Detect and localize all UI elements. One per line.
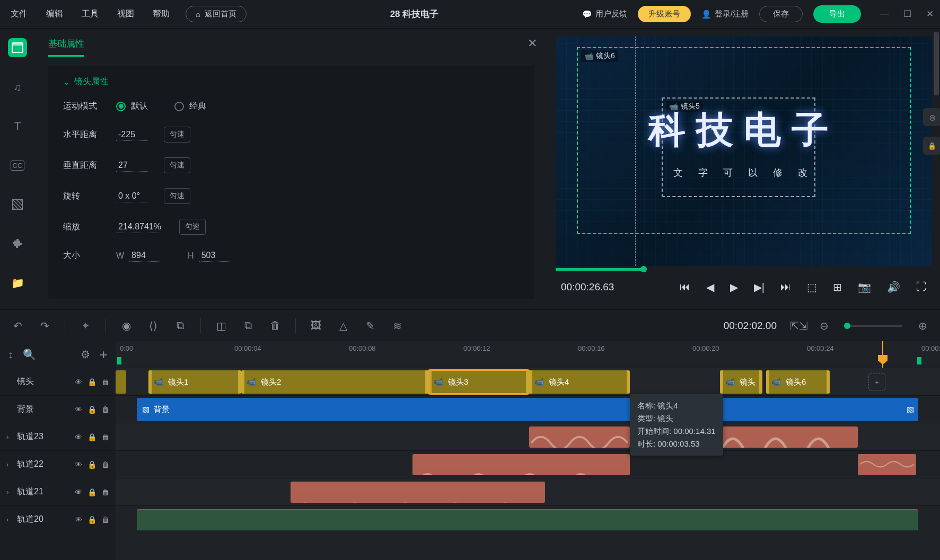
layers-button[interactable]: ≋ bbox=[390, 319, 404, 332]
link-button[interactable]: ⧉ bbox=[173, 319, 187, 332]
zoom-slider[interactable] bbox=[844, 325, 902, 327]
clip-shot[interactable]: 📹镜头1 bbox=[148, 370, 241, 394]
playhead[interactable] bbox=[882, 341, 883, 368]
lock-icon[interactable]: 🔒 bbox=[87, 378, 96, 386]
feedback-button[interactable]: 💬 用户反馈 bbox=[582, 9, 627, 19]
lane-shots[interactable]: 📹镜头1📹镜头2📹镜头3📹镜头4📹镜头📹镜头6 + bbox=[116, 368, 940, 395]
vdist-input[interactable]: 27 bbox=[116, 159, 148, 172]
audio-clip-master[interactable] bbox=[137, 509, 918, 530]
visibility-icon[interactable]: 👁 bbox=[75, 433, 82, 441]
track-header-shots[interactable]: 镜头 👁🔒🗑 bbox=[0, 368, 116, 395]
rotate-input[interactable]: 0 x 0° bbox=[116, 190, 148, 202]
audio-clip[interactable] bbox=[291, 482, 545, 503]
visibility-icon[interactable]: 👁 bbox=[75, 515, 82, 524]
sidebar-text-icon[interactable]: T bbox=[8, 117, 27, 136]
chevron-right-icon[interactable]: › bbox=[6, 433, 15, 441]
track-header-22[interactable]: › 轨道22 👁🔒🗑 bbox=[0, 450, 116, 478]
redo-button[interactable]: ↷ bbox=[38, 319, 51, 332]
zoom-in-button[interactable]: ⊕ bbox=[916, 319, 929, 332]
play-button[interactable]: ▶ bbox=[730, 281, 738, 294]
login-button[interactable]: 👤 登录/注册 bbox=[701, 9, 749, 19]
sidebar-video-icon[interactable] bbox=[8, 38, 27, 57]
radio-classic[interactable]: 经典 bbox=[174, 101, 206, 112]
crop-button[interactable]: ◫ bbox=[214, 319, 228, 332]
next-frame-button[interactable]: ▶| bbox=[754, 281, 765, 294]
lock-icon[interactable]: 🔒 bbox=[87, 433, 96, 441]
audio-clip[interactable] bbox=[858, 454, 916, 475]
menu-file[interactable]: 文件 bbox=[11, 8, 28, 20]
lane-bg[interactable]: ▧ 背景 ▧ bbox=[116, 395, 940, 423]
track-header-bg[interactable]: 背景 👁🔒🗑 bbox=[0, 395, 116, 423]
zoom-out-button[interactable]: ⊖ bbox=[817, 319, 831, 332]
lane-22[interactable] bbox=[116, 450, 940, 478]
visibility-icon[interactable]: 👁 bbox=[75, 405, 82, 414]
vdist-speed-button[interactable]: 匀速 bbox=[164, 157, 190, 173]
minimize-button[interactable]: — bbox=[880, 8, 889, 20]
hdist-speed-button[interactable]: 匀速 bbox=[164, 127, 190, 143]
track-header-21[interactable]: › 轨道21 👁🔒🗑 bbox=[0, 478, 116, 505]
search-tool-icon[interactable]: 🔍 bbox=[23, 348, 36, 361]
sidebar-folder-icon[interactable]: 📁 bbox=[8, 273, 27, 292]
lane-23[interactable] bbox=[116, 423, 940, 450]
undo-button[interactable]: ↶ bbox=[11, 319, 24, 332]
height-input[interactable]: 503 bbox=[199, 250, 231, 262]
upgrade-button[interactable]: 升级账号 bbox=[638, 6, 691, 22]
chevron-right-icon[interactable]: › bbox=[6, 460, 15, 468]
lane-20[interactable] bbox=[116, 505, 940, 533]
safe-area-button[interactable]: ⬚ bbox=[807, 281, 817, 294]
cursor-tool-icon[interactable]: ↕ bbox=[8, 349, 13, 361]
trash-icon[interactable]: 🗑 bbox=[102, 378, 109, 386]
export-button[interactable]: 导出 bbox=[813, 5, 861, 23]
chevron-right-icon[interactable]: › bbox=[6, 515, 15, 523]
goto-start-button[interactable]: ⏮ bbox=[680, 281, 690, 293]
scale-input[interactable]: 214.8741% bbox=[116, 221, 163, 233]
fit-timeline-button[interactable]: ⇱⇲ bbox=[790, 319, 804, 332]
preview-canvas[interactable]: 📹镜头6 📹镜头5 科技电子 文 字 可 以 修 改 bbox=[556, 37, 932, 266]
radio-default[interactable]: 默认 bbox=[116, 101, 148, 112]
preview-scrubber[interactable] bbox=[556, 267, 932, 272]
marker-button[interactable]: △ bbox=[336, 319, 350, 332]
trash-icon[interactable]: 🗑 bbox=[102, 405, 109, 414]
range-start-handle[interactable] bbox=[117, 357, 121, 365]
track-header-20[interactable]: › 轨道20 👁🔒🗑 bbox=[0, 505, 116, 533]
close-button[interactable]: ✕ bbox=[925, 8, 935, 20]
sidebar-pattern-icon[interactable] bbox=[8, 195, 27, 214]
trash-icon[interactable]: 🗑 bbox=[102, 515, 109, 524]
sidebar-music-icon[interactable]: ♫ bbox=[8, 77, 27, 96]
add-track-icon[interactable]: + bbox=[100, 346, 108, 363]
fullscreen-button[interactable]: ⛶ bbox=[916, 281, 927, 293]
lock-icon[interactable]: 🔒 bbox=[87, 405, 96, 414]
sidebar-subtitle-icon[interactable]: CC bbox=[8, 156, 27, 175]
range-end-handle[interactable] bbox=[917, 357, 921, 365]
close-icon[interactable]: ✕ bbox=[528, 37, 537, 50]
maximize-button[interactable]: ☐ bbox=[902, 8, 912, 20]
chevron-right-icon[interactable]: › bbox=[6, 488, 15, 496]
split-button[interactable]: ⟨⟩ bbox=[146, 319, 160, 332]
time-ruler[interactable]: 0:0000:00:0400:00:0800:00:1200:00:1600:0… bbox=[116, 341, 940, 368]
clip-shot[interactable]: 📹镜头 bbox=[720, 370, 762, 394]
menu-tools[interactable]: 工具 bbox=[82, 8, 99, 20]
save-button[interactable]: 保存 bbox=[759, 6, 803, 22]
menu-view[interactable]: 视图 bbox=[117, 8, 134, 20]
track-header-23[interactable]: › 轨道23 👁🔒🗑 bbox=[0, 423, 116, 450]
preview-fit-button[interactable]: ◎ bbox=[923, 108, 940, 126]
add-clip-button[interactable]: + bbox=[868, 374, 885, 390]
sidebar-plugin-icon[interactable] bbox=[8, 234, 27, 253]
audio-clip[interactable] bbox=[529, 426, 630, 448]
lock-icon[interactable]: 🔒 bbox=[87, 515, 96, 524]
menu-help[interactable]: 帮助 bbox=[153, 8, 170, 20]
lock-icon[interactable]: 🔒 bbox=[87, 460, 96, 469]
clip-shot[interactable]: 📹镜头2 bbox=[241, 370, 428, 394]
tab-basic-props[interactable]: 基础属性 bbox=[48, 38, 84, 57]
clip-shot[interactable]: 📹镜头4 bbox=[529, 370, 630, 394]
clip-fragment[interactable] bbox=[116, 370, 126, 394]
target-button[interactable]: ◉ bbox=[119, 319, 133, 332]
menu-edit[interactable]: 编辑 bbox=[46, 8, 63, 20]
prev-frame-button[interactable]: ◀ bbox=[706, 281, 714, 294]
hdist-input[interactable]: -225 bbox=[116, 129, 148, 141]
rotate-speed-button[interactable]: 匀速 bbox=[164, 188, 190, 204]
lock-icon[interactable]: 🔒 bbox=[87, 488, 96, 496]
preview-lock-button[interactable]: 🔒 bbox=[923, 137, 940, 155]
clip-shot[interactable]: 📹镜头3 bbox=[428, 370, 529, 394]
section-lens-props[interactable]: ⌄ 镜头属性 bbox=[63, 76, 520, 87]
